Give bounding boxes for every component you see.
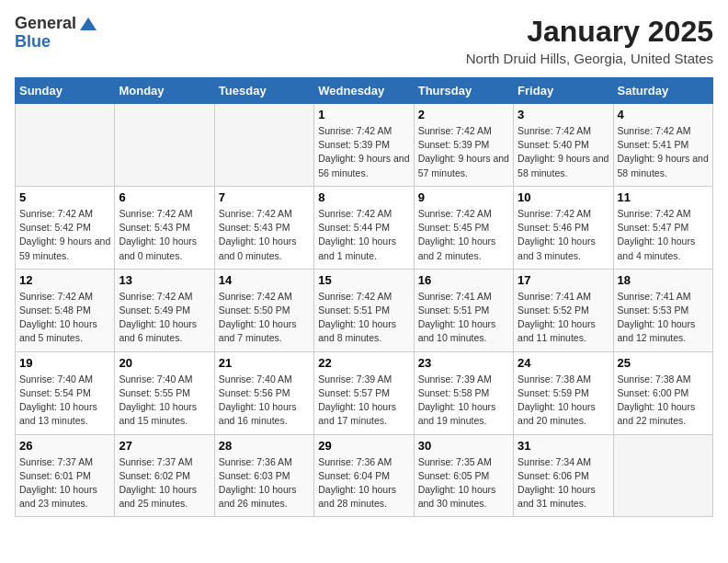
day-info-line: Sunset: 5:51 PM [418,304,490,316]
calendar-cell: 8Sunrise: 7:42 AMSunset: 5:44 PMDaylight… [314,186,414,269]
day-info-line: Sunset: 6:04 PM [318,470,390,481]
day-info-line: Daylight: 10 hours and 30 minutes. [418,484,496,509]
day-info-line: Sunset: 5:47 PM [618,222,689,233]
day-info-line: Sunset: 5:41 PM [618,139,689,150]
day-number: 21 [219,356,310,370]
day-info-line: Sunrise: 7:41 AM [618,291,691,302]
day-info-line: Sunrise: 7:34 AM [518,456,591,467]
day-info-line: Daylight: 10 hours and 13 minutes. [19,401,97,426]
day-info-line: Daylight: 10 hours and 25 minutes. [119,484,197,509]
day-info: Sunrise: 7:42 AMSunset: 5:51 PMDaylight:… [318,290,409,346]
day-info: Sunrise: 7:40 AMSunset: 5:54 PMDaylight:… [19,373,110,429]
weekday-header: Wednesday [314,78,414,104]
day-number: 15 [318,273,409,287]
day-info: Sunrise: 7:36 AMSunset: 6:03 PMDaylight:… [219,455,310,511]
svg-marker-0 [80,17,97,30]
calendar-cell: 30Sunrise: 7:35 AMSunset: 6:05 PMDayligh… [414,434,513,517]
day-info-line: Sunset: 5:44 PM [318,222,390,233]
weekday-header: Saturday [613,78,712,104]
day-info-line: Sunrise: 7:40 AM [19,373,93,385]
calendar-cell: 21Sunrise: 7:40 AMSunset: 5:56 PMDayligh… [214,351,313,434]
day-info: Sunrise: 7:41 AMSunset: 5:52 PMDaylight:… [518,290,609,346]
day-info-line: Sunset: 5:43 PM [219,222,290,233]
day-number: 11 [618,190,709,204]
calendar-week-row: 19Sunrise: 7:40 AMSunset: 5:54 PMDayligh… [16,351,713,434]
day-info-line: Sunset: 5:49 PM [119,304,190,316]
day-info-line: Daylight: 10 hours and 31 minutes. [518,484,596,509]
day-info-line: Sunrise: 7:42 AM [119,208,192,219]
title-section: January 2025 North Druid Hills, Georgia,… [466,15,713,66]
day-info-line: Daylight: 9 hours and 57 minutes. [418,153,509,178]
day-info-line: Daylight: 10 hours and 28 minutes. [318,484,396,509]
weekday-header: Thursday [414,78,513,104]
calendar-cell [115,104,214,187]
day-info: Sunrise: 7:42 AMSunset: 5:43 PMDaylight:… [219,207,310,263]
calendar-cell [613,434,712,517]
day-info-line: Sunrise: 7:42 AM [119,291,192,302]
day-info-line: Sunrise: 7:39 AM [418,373,492,385]
calendar-cell: 20Sunrise: 7:40 AMSunset: 5:55 PMDayligh… [115,351,214,434]
day-number: 19 [19,356,110,370]
logo-general: General [15,15,76,33]
day-info-line: Sunrise: 7:42 AM [318,291,392,302]
day-info-line: Sunrise: 7:37 AM [19,456,93,467]
calendar-cell: 6Sunrise: 7:42 AMSunset: 5:43 PMDaylight… [115,186,214,269]
day-info-line: Sunset: 5:55 PM [119,387,190,398]
day-info-line: Daylight: 10 hours and 1 minute. [318,236,396,260]
day-info-line: Daylight: 9 hours and 58 minutes. [518,153,609,178]
day-info: Sunrise: 7:35 AMSunset: 6:05 PMDaylight:… [418,455,509,511]
day-info: Sunrise: 7:40 AMSunset: 5:55 PMDaylight:… [119,373,210,429]
weekday-header: Sunday [16,78,115,104]
calendar-table: SundayMondayTuesdayWednesdayThursdayFrid… [15,77,713,517]
day-number: 26 [19,439,110,453]
day-info: Sunrise: 7:42 AMSunset: 5:44 PMDaylight:… [318,207,409,263]
day-info: Sunrise: 7:39 AMSunset: 5:57 PMDaylight:… [318,373,409,429]
day-info-line: Sunset: 5:58 PM [418,387,490,398]
day-info: Sunrise: 7:42 AMSunset: 5:43 PMDaylight:… [119,207,210,263]
calendar-cell: 12Sunrise: 7:42 AMSunset: 5:48 PMDayligh… [16,269,115,351]
day-info-line: Sunrise: 7:41 AM [518,291,591,302]
day-info-line: Sunrise: 7:42 AM [418,208,492,219]
day-info-line: Daylight: 10 hours and 11 minutes. [518,318,596,343]
calendar-cell: 10Sunrise: 7:42 AMSunset: 5:46 PMDayligh… [514,186,613,269]
calendar-week-row: 1Sunrise: 7:42 AMSunset: 5:39 PMDaylight… [16,104,713,187]
calendar-cell: 26Sunrise: 7:37 AMSunset: 6:01 PMDayligh… [16,434,115,517]
day-info-line: Daylight: 10 hours and 23 minutes. [19,484,97,509]
day-info: Sunrise: 7:42 AMSunset: 5:45 PMDaylight:… [418,207,509,263]
day-info-line: Sunset: 5:43 PM [119,222,190,233]
day-number: 18 [618,273,709,287]
day-info-line: Sunrise: 7:36 AM [219,456,292,467]
day-info-line: Sunrise: 7:38 AM [618,373,691,385]
day-info: Sunrise: 7:42 AMSunset: 5:40 PMDaylight:… [518,124,609,180]
day-info-line: Sunset: 5:51 PM [318,304,390,316]
day-number: 4 [618,108,709,121]
day-info-line: Sunrise: 7:40 AM [219,373,292,385]
day-number: 22 [318,356,409,370]
day-number: 3 [518,108,609,121]
logo-blue: Blue [15,32,51,51]
day-info-line: Sunset: 5:39 PM [418,139,490,150]
day-number: 1 [318,108,409,121]
day-number: 27 [119,439,210,453]
day-info: Sunrise: 7:37 AMSunset: 6:02 PMDaylight:… [119,455,210,511]
day-info-line: Sunrise: 7:36 AM [318,456,392,467]
day-info-line: Daylight: 10 hours and 5 minutes. [19,318,97,343]
calendar-cell: 17Sunrise: 7:41 AMSunset: 5:52 PMDayligh… [514,269,613,351]
day-number: 23 [418,356,509,370]
weekday-header: Friday [514,78,613,104]
day-number: 9 [418,190,509,204]
day-info-line: Sunset: 5:54 PM [19,387,91,398]
day-info-line: Daylight: 9 hours and 59 minutes. [19,236,110,260]
day-info-line: Sunrise: 7:42 AM [418,125,492,136]
day-number: 7 [219,190,310,204]
day-info-line: Sunset: 5:56 PM [219,387,290,398]
day-info-line: Sunrise: 7:42 AM [19,291,93,302]
calendar-subtitle: North Druid Hills, Georgia, United State… [466,51,713,66]
day-info: Sunrise: 7:42 AMSunset: 5:47 PMDaylight:… [618,207,709,263]
day-info-line: Daylight: 10 hours and 6 minutes. [119,318,197,343]
day-info: Sunrise: 7:42 AMSunset: 5:42 PMDaylight:… [19,207,110,263]
day-number: 10 [518,190,609,204]
day-info: Sunrise: 7:42 AMSunset: 5:49 PMDaylight:… [119,290,210,346]
day-info-line: Sunset: 6:01 PM [19,470,91,481]
day-number: 25 [618,356,709,370]
